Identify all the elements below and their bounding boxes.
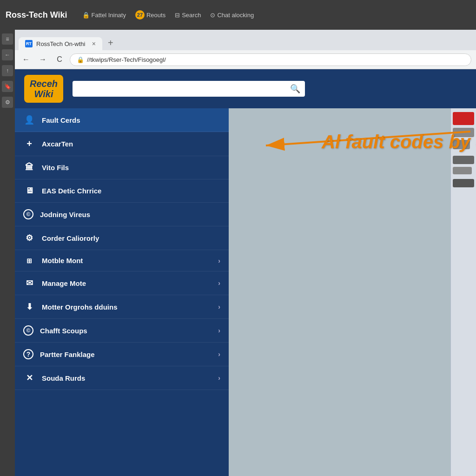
sidebar-item-corder[interactable]: ⚙ Corder Calioror​ly	[15, 226, 229, 250]
sidebar-item-chafft-scoups[interactable]: © Chafft Scoups ›	[15, 319, 229, 343]
sidebar-item-eas-detic[interactable]: 🖥 EAS Detic Chrrice	[15, 179, 229, 203]
wiki-search-input[interactable]	[77, 85, 286, 93]
axcarten-icon: +	[23, 139, 35, 149]
address-url: //tkwips/Rser-Tech/Fisogoegl/	[87, 56, 166, 63]
strip-menu-icon[interactable]: ≡	[2, 33, 13, 45]
manage-mote-chevron: ›	[218, 279, 220, 287]
strip-bookmark-icon[interactable]: 🔖	[2, 81, 13, 92]
motter-orgrohs-label: Motter Orgrohs dduins	[42, 303, 118, 311]
lock-icon: 🔒	[82, 12, 90, 19]
motter-orgrohs-chevron: ›	[218, 303, 220, 311]
svg-line-1	[266, 132, 470, 145]
sidebar-item-partter-fanklage[interactable]: ? Partter Fanklage ›	[15, 343, 229, 366]
address-bar[interactable]: 🔒 //tkwips/Rser-Tech/Fisogoegl/	[70, 53, 471, 66]
chat-icon: ⊙	[210, 12, 215, 19]
chafft-scoups-label: Chafft Scoups	[40, 327, 87, 335]
vito-fils-icon: 🏛	[23, 163, 35, 172]
browser-left-strip: ≡ ← ↑ 🔖 ⚙	[0, 30, 15, 476]
right-panel-item-5	[453, 167, 472, 174]
fault-cerds-icon: 👤	[23, 115, 35, 125]
sidebar-item-manage-mote[interactable]: ✉ Manage Mote ›	[15, 271, 229, 295]
main-layout: 👤 Fault Cerds + AxcarTen 🏛 Vito Fils 🖥 E…	[15, 108, 476, 476]
partter-fanklage-label: Partter Fanklage	[40, 350, 95, 358]
reouts-badge: 27	[135, 10, 145, 20]
full-page: RT RossTech On-wthi × + ← → C 🔒 //tkwips…	[15, 30, 476, 476]
motble-mont-label: Motble Mont	[42, 257, 83, 264]
strip-settings-icon[interactable]: ⚙	[2, 97, 13, 108]
strip-home-icon[interactable]: ↑	[2, 65, 13, 76]
motble-mont-chevron: ›	[218, 257, 220, 264]
nav-reouts[interactable]: 27 Reouts	[135, 10, 165, 20]
app-bar: Ross-Tech Wiki 🔒 Fattel Ininaty 27 Reout…	[0, 0, 476, 30]
right-panel	[450, 108, 476, 476]
chafft-scoups-icon: ©	[23, 325, 33, 336]
eas-detic-label: EAS Detic Chrrice	[42, 187, 101, 195]
partter-fanklage-icon: ?	[23, 349, 33, 359]
tab-title: RossTech On-wthi	[36, 40, 85, 47]
sidebar-item-motble-mont[interactable]: ⊞ Motble Mont ›	[15, 250, 229, 271]
tab-close-button[interactable]: ×	[92, 40, 96, 47]
jodning-icon: ©	[23, 209, 33, 219]
sidebar: 👤 Fault Cerds + AxcarTen 🏛 Vito Fils 🖥 E…	[15, 108, 229, 476]
sidebar-item-jodning[interactable]: © Jodning Vireus	[15, 203, 229, 226]
motble-mont-icon: ⊞	[23, 257, 35, 264]
right-panel-item-1	[453, 112, 474, 125]
annotation-overlay: Al fault codes by category	[229, 108, 476, 476]
eas-detic-icon: 🖥	[23, 186, 35, 196]
search-menu-icon: ⊟	[175, 12, 180, 19]
wiki-search-bar[interactable]: 🔍	[73, 81, 305, 97]
wiki-logo: Receh Wiki	[24, 75, 63, 103]
chafft-scoups-chevron: ›	[218, 327, 220, 334]
right-panel-item-2	[453, 128, 474, 137]
motter-orgrohs-icon: ⬇	[23, 302, 35, 312]
app-nav: 🔒 Fattel Ininaty 27 Reouts ⊟ Search ⊙ Ch…	[82, 10, 254, 20]
wiki-search-button[interactable]: 🔍	[290, 84, 300, 94]
back-button[interactable]: ←	[20, 53, 33, 66]
address-lock-icon: 🔒	[77, 56, 84, 63]
right-panel-item-6	[453, 179, 474, 187]
app-title: Ross-Tech Wiki	[6, 10, 67, 20]
manage-mote-icon: ✉	[23, 278, 35, 288]
reload-button[interactable]: C	[53, 53, 66, 66]
wiki-logo-line1: Receh	[30, 79, 58, 89]
right-panel-item-4	[453, 156, 474, 164]
sidebar-item-souda-rurds[interactable]: ✕ Souda Rurds ›	[15, 366, 229, 390]
sidebar-item-motter-orgrohs[interactable]: ⬇ Motter Orgrohs dduins ›	[15, 295, 229, 319]
forward-button[interactable]: →	[36, 53, 49, 66]
address-bar-row: ← → C 🔒 //tkwips/Rser-Tech/Fisogoegl/	[15, 50, 476, 69]
souda-rurds-chevron: ›	[218, 374, 220, 382]
sidebar-item-axcarten[interactable]: + AxcarTen	[15, 132, 229, 156]
sidebar-item-fault-cerds[interactable]: 👤 Fault Cerds	[15, 108, 229, 132]
corder-icon: ⚙	[23, 233, 35, 243]
content-area: Al fault codes by category	[229, 108, 476, 476]
corder-label: Corder Calioror​ly	[42, 234, 99, 242]
partter-fanklage-chevron: ›	[218, 350, 220, 358]
new-tab-button[interactable]: +	[104, 36, 117, 50]
nav-chat[interactable]: ⊙ Chat alocking	[210, 12, 254, 19]
tab-favicon: RT	[25, 40, 33, 47]
jodning-label: Jodning Vireus	[40, 211, 90, 218]
manage-mote-label: Manage Mote	[42, 279, 86, 287]
souda-rurds-icon: ✕	[23, 373, 35, 383]
annotation-arrow-svg	[229, 108, 476, 187]
sidebar-item-vito-fils[interactable]: 🏛 Vito Fils	[15, 156, 229, 179]
fault-cerds-label: Fault Cerds	[42, 116, 80, 124]
strip-back-icon[interactable]: ←	[2, 49, 13, 60]
active-tab[interactable]: RT RossTech On-wthi ×	[19, 37, 102, 50]
wiki-header: Receh Wiki 🔍	[15, 69, 476, 108]
wiki-content: Receh Wiki 🔍 👤 Fault Cerds + AxcarTen	[15, 69, 476, 476]
tab-bar: RT RossTech On-wthi × +	[15, 30, 476, 50]
nav-fattel[interactable]: 🔒 Fattel Ininaty	[82, 12, 126, 19]
nav-search[interactable]: ⊟ Search	[175, 12, 201, 19]
right-panel-item-3	[453, 140, 470, 149]
axcarten-label: AxcarTen	[42, 140, 73, 148]
souda-rurds-label: Souda Rurds	[42, 374, 85, 382]
vito-fils-label: Vito Fils	[42, 164, 69, 172]
wiki-logo-line2: Wiki	[30, 89, 58, 99]
browser-chrome: RT RossTech On-wthi × + ← → C 🔒 //tkwips…	[15, 30, 476, 69]
